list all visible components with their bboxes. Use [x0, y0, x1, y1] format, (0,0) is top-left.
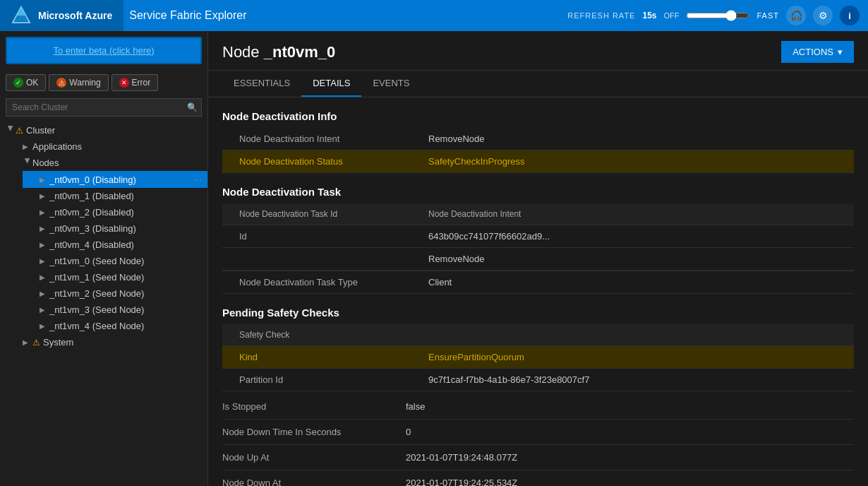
nt0vm4-label: _nt0vm_4 (Disabled) — [49, 239, 202, 250]
deactivation-task-table: Node Deactivation Task Id Node Deactivat… — [222, 203, 854, 294]
sidebar-item-applications[interactable]: ▶ Applications — [11, 138, 207, 155]
actions-label: ACTIONS — [792, 47, 833, 57]
gear-icon[interactable]: ⚙ — [813, 6, 833, 25]
task-type-value: Client — [420, 271, 854, 294]
refresh-off-label: OFF — [663, 11, 679, 20]
cluster-label: Cluster — [26, 125, 202, 136]
details-content: Node Deactivation Info Node Deactivation… — [208, 97, 868, 486]
table-row: Kind EnsurePartitionQuorum — [222, 346, 854, 369]
warning-button[interactable]: ⚠ Warning — [49, 74, 108, 91]
task-type-key — [222, 248, 420, 271]
nt1vm4-arrow: ▶ — [40, 322, 49, 330]
sidebar-item-system[interactable]: ▶ ⚠ System — [11, 334, 207, 350]
nt1vm2-arrow: ▶ — [40, 290, 49, 297]
nt1vm2-label: _nt1vm_2 (Seed Node) — [49, 288, 202, 299]
content-panel: Node _nt0vm_0 ACTIONS ▾ ESSENTIALS DETAI… — [208, 31, 868, 486]
topnav-right: REFRESH RATE 15s OFF FAST 🎧 ⚙ i — [567, 6, 860, 25]
nt1vm3-arrow: ▶ — [40, 306, 49, 314]
applications-label: Applications — [32, 141, 202, 152]
nt1vm0-label: _nt1vm_0 (Seed Node) — [49, 256, 202, 266]
beta-banner[interactable]: To enter beta (click here) — [6, 37, 202, 64]
task-header-intent: Node Deactivation Intent — [420, 203, 854, 225]
nt1vm3-label: _nt1vm_3 (Seed Node) — [49, 304, 202, 315]
warning-label: Warning — [69, 78, 100, 88]
tab-essentials[interactable]: ESSENTIALS — [222, 71, 301, 97]
node-down-at-value: 2021-01-07T19:24:25.534Z — [406, 478, 517, 486]
search-container: 🔍 — [6, 98, 202, 117]
tab-events[interactable]: EVENTS — [361, 71, 421, 97]
nt0vm0-arrow: ▶ — [40, 176, 49, 184]
sidebar-item-nt0vm1[interactable]: ▶ _nt0vm_1 (Disabled) — [23, 188, 207, 204]
sidebar-item-nt0vm2[interactable]: ▶ _nt0vm_2 (Disabled) — [23, 204, 207, 220]
sidebar-item-nodes[interactable]: ▶ Nodes — [11, 155, 207, 171]
beta-link[interactable]: click here — [112, 45, 151, 56]
table-row: RemoveNode — [222, 248, 854, 271]
sidebar-item-nt1vm1[interactable]: ▶ _nt1vm_1 (Seed Node) — [23, 269, 207, 285]
table-row: Id 643b09cc741077f66602ad9... — [222, 225, 854, 248]
info-icon[interactable]: i — [840, 6, 860, 25]
table-row: Safety Check — [222, 324, 854, 346]
error-button[interactable]: ✕ Error — [111, 74, 159, 91]
beta-suffix: ) — [151, 45, 154, 56]
sidebar-item-nt0vm4[interactable]: ▶ _nt0vm_4 (Disabled) — [23, 237, 207, 253]
nt0vm4-arrow: ▶ — [40, 241, 49, 249]
nt0vm3-arrow: ▶ — [40, 225, 49, 232]
tabs-bar: ESSENTIALS DETAILS EVENTS — [208, 71, 868, 97]
nt1vm1-label: _nt1vm_1 (Seed Node) — [49, 272, 202, 283]
actions-chevron-icon: ▾ — [838, 47, 843, 57]
nodes-arrow: ▶ — [24, 158, 32, 168]
sidebar-item-cluster[interactable]: ▶ ⚠ Cluster — [0, 122, 207, 138]
table-row: Partition Id 9c7f1caf-f7bb-4a1b-86e7-3f2… — [222, 369, 854, 391]
search-input[interactable] — [6, 98, 202, 117]
sidebar-item-nt0vm0[interactable]: ▶ _nt0vm_0 (Disabling) ··· — [23, 171, 207, 188]
sidebar-item-nt1vm2[interactable]: ▶ _nt1vm_2 (Seed Node) — [23, 285, 207, 302]
nt0vm0-dots[interactable]: ··· — [193, 174, 202, 185]
sidebar-item-nt1vm4[interactable]: ▶ _nt1vm_4 (Seed Node) — [23, 318, 207, 334]
deact-intent-key: Node Deactivation Intent — [222, 128, 420, 150]
azure-logo — [11, 6, 31, 25]
headset-icon[interactable]: 🎧 — [786, 6, 806, 25]
applications-arrow: ▶ — [23, 143, 32, 150]
task-id-key: Id — [222, 225, 420, 248]
nt0vm1-label: _nt0vm_1 (Disabled) — [49, 191, 202, 201]
kind-key: Kind — [222, 346, 420, 369]
cluster-arrow: ▶ — [7, 126, 15, 136]
sidebar-item-nt1vm3[interactable]: ▶ _nt1vm_3 (Seed Node) — [23, 302, 207, 318]
nt1vm4-label: _nt1vm_4 (Seed Node) — [49, 321, 202, 331]
node-up-at-value: 2021-01-07T19:24:48.077Z — [406, 452, 517, 463]
nt0vm3-label: _nt0vm_3 (Disabling) — [49, 223, 202, 234]
flat-row-is-stopped: Is Stopped false — [222, 394, 854, 420]
node-prefix: Node — [222, 43, 260, 61]
task-type-key2: Node Deactivation Task Type — [222, 271, 420, 294]
sidebar: To enter beta (click here) ✓ OK ⚠ Warnin… — [0, 31, 208, 486]
table-row: Node Deactivation Task Type Client — [222, 271, 854, 294]
system-warn-icon: ⚠ — [32, 338, 40, 348]
sidebar-item-nt1vm0[interactable]: ▶ _nt1vm_0 (Seed Node) — [23, 253, 207, 269]
ok-button[interactable]: ✓ OK — [6, 74, 46, 91]
brand-section: Microsoft Azure — [0, 0, 123, 31]
details-scroll[interactable]: Node Deactivation Info Node Deactivation… — [208, 97, 868, 486]
actions-button[interactable]: ACTIONS ▾ — [781, 41, 854, 63]
safety-checks-table: Safety Check Kind EnsurePartitionQuorum … — [222, 324, 854, 391]
node-down-at-key: Node Down At — [222, 478, 406, 486]
node-up-at-key: Node Up At — [222, 452, 406, 463]
partition-value: 9c7f1caf-f7bb-4a1b-86e7-3f23e8007cf7 — [420, 369, 854, 391]
nt1vm1-arrow: ▶ — [40, 273, 49, 281]
refresh-slider[interactable] — [686, 10, 749, 21]
tab-details[interactable]: DETAILS — [301, 71, 361, 97]
deact-status-value: SafetyCheckInProgress — [420, 150, 854, 173]
flat-row-node-up-at: Node Up At 2021-01-07T19:24:48.077Z — [222, 445, 854, 470]
safety-check-header2 — [420, 324, 854, 346]
nt0vm2-label: _nt0vm_2 (Disabled) — [49, 207, 202, 218]
topnav: Microsoft Azure Service Fabric Explorer … — [0, 0, 868, 31]
tab-events-label: EVENTS — [373, 78, 409, 88]
node-down-time-key: Node Down Time In Seconds — [222, 427, 406, 437]
beta-text: To enter beta ( — [53, 45, 112, 56]
safety-check-header: Safety Check — [222, 324, 420, 346]
flat-row-node-down-time: Node Down Time In Seconds 0 — [222, 420, 854, 445]
main-layout: To enter beta (click here) ✓ OK ⚠ Warnin… — [0, 31, 868, 486]
sidebar-item-nt0vm3[interactable]: ▶ _nt0vm_3 (Disabling) — [23, 220, 207, 237]
warn-dot: ⚠ — [56, 78, 66, 88]
table-row: RemoveNode — [222, 248, 854, 271]
refresh-fast-label: FAST — [757, 11, 779, 20]
